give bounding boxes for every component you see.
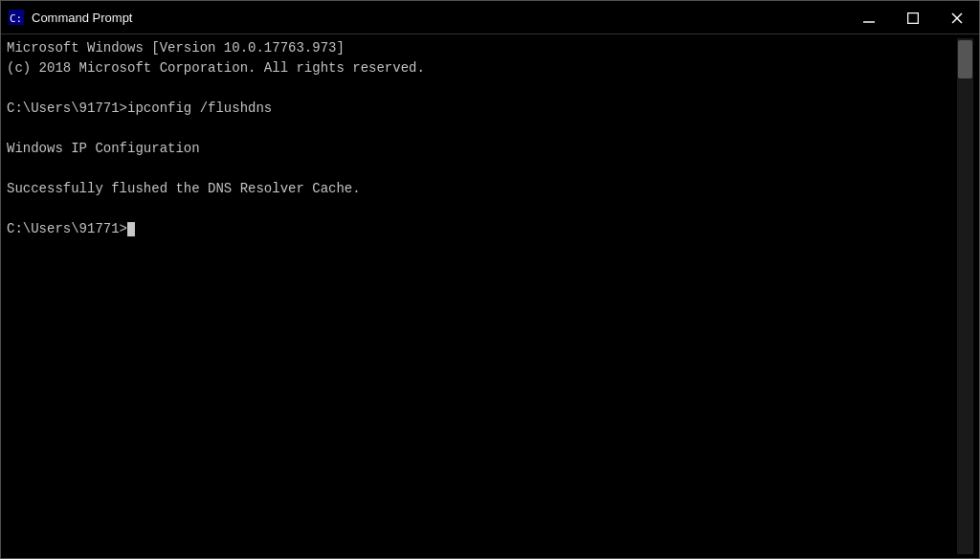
terminal-line	[7, 199, 957, 219]
window-title: Command Prompt	[32, 11, 132, 25]
terminal-line: C:\Users\91771>ipconfig /flushdns	[7, 99, 957, 119]
svg-text:C:: C:	[10, 12, 22, 25]
maximize-button[interactable]	[891, 1, 935, 34]
cmd-icon: C:	[9, 10, 24, 25]
terminal-content: Microsoft Windows [Version 10.0.17763.97…	[7, 38, 957, 554]
title-bar: C: Command Prompt	[1, 1, 979, 34]
terminal-line	[7, 78, 957, 99]
minimize-button[interactable]	[847, 1, 891, 34]
cmd-window: C: Command Prompt	[0, 0, 980, 559]
scrollbar-thumb[interactable]	[958, 40, 972, 78]
terminal-line: Windows IP Configuration	[7, 139, 957, 159]
terminal-line: C:\Users\91771>	[7, 219, 957, 239]
terminal-line: Successfully flushed the DNS Resolver Ca…	[7, 179, 957, 199]
scrollbar[interactable]	[957, 38, 973, 554]
terminal-line	[7, 159, 957, 179]
terminal-body[interactable]: Microsoft Windows [Version 10.0.17763.97…	[1, 34, 979, 558]
title-bar-left: C: Command Prompt	[9, 10, 132, 25]
terminal-line: (c) 2018 Microsoft Corporation. All righ…	[7, 58, 957, 78]
close-button[interactable]	[935, 1, 979, 34]
terminal-line: Microsoft Windows [Version 10.0.17763.97…	[7, 38, 957, 58]
terminal-line	[7, 119, 957, 139]
window-controls	[847, 1, 979, 34]
cursor	[127, 222, 135, 236]
svg-rect-3	[908, 12, 919, 23]
